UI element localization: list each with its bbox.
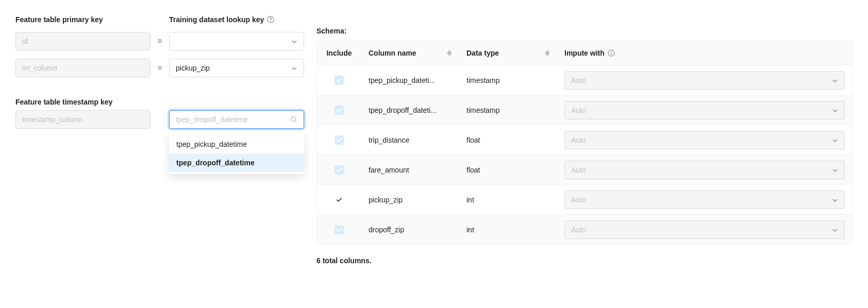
- data-type-cell: timestamp: [459, 106, 557, 114]
- chevron-down-icon: [832, 197, 838, 203]
- include-checkbox: [335, 76, 344, 85]
- chevron-down-icon: [832, 227, 838, 233]
- primary-key-field-1: int_column: [15, 59, 151, 77]
- info-icon[interactable]: [608, 49, 615, 57]
- chevron-down-icon: [291, 65, 297, 71]
- sort-icon: [545, 50, 550, 56]
- lookup-key-select-0[interactable]: [169, 32, 304, 50]
- column-name-cell: trip_distance: [361, 136, 459, 144]
- impute-select: Auto: [564, 71, 845, 90]
- column-header-name[interactable]: Column name: [369, 49, 452, 57]
- sort-icon: [447, 50, 452, 56]
- column-name-cell: pickup_zip: [361, 196, 459, 204]
- dropdown-option-0[interactable]: tpep_pickup_datetime: [169, 135, 304, 153]
- impute-select: Auto: [564, 191, 845, 209]
- total-columns-label: 6 total columns.: [316, 256, 853, 265]
- data-type-cell: float: [459, 166, 557, 174]
- chevron-down-icon: [832, 77, 838, 83]
- dropdown-option-1[interactable]: tpep_dropoff_datetime: [169, 153, 304, 172]
- impute-select: Auto: [564, 220, 845, 239]
- include-checkbox: [335, 195, 344, 204]
- chevron-down-icon: [291, 38, 297, 44]
- include-checkbox: [335, 225, 344, 234]
- timestamp-key-label: Feature table timestamp key: [15, 98, 304, 106]
- column-header-impute: Impute with: [564, 49, 845, 57]
- column-header-include: Include: [326, 49, 352, 57]
- data-type-cell: int: [459, 196, 557, 204]
- column-name-cell: dropoff_zip: [361, 226, 459, 234]
- svg-point-2: [291, 117, 296, 122]
- lookup-key-label: Training dataset lookup key: [169, 15, 304, 24]
- search-icon: [290, 116, 297, 123]
- impute-select: Auto: [564, 131, 845, 149]
- data-type-cell: float: [459, 136, 557, 144]
- schema-heading: Schema:: [316, 27, 853, 35]
- equals-sign: =: [156, 37, 164, 45]
- column-name-cell: tpep_dropoff_dateti...: [361, 106, 459, 114]
- chevron-down-icon: [832, 107, 838, 113]
- column-name-cell: tpep_pickup_dateti...: [361, 76, 459, 84]
- lookup-key-select-1[interactable]: pickup_zip: [169, 59, 304, 77]
- timestamp-key-field: timestamp_column: [15, 110, 151, 129]
- equals-sign: =: [156, 64, 164, 72]
- primary-key-field-0: id: [15, 32, 151, 50]
- schema-table: Include Column name Data type: [316, 40, 853, 245]
- include-checkbox: [335, 165, 344, 175]
- help-icon[interactable]: [267, 16, 274, 23]
- impute-select: Auto: [564, 161, 845, 179]
- timestamp-dropdown: tpep_pickup_datetime tpep_dropoff_dateti…: [169, 133, 304, 174]
- svg-point-1: [271, 21, 271, 22]
- primary-key-label: Feature table primary key: [15, 15, 151, 24]
- column-header-type[interactable]: Data type: [466, 49, 550, 57]
- include-checkbox: [335, 135, 344, 145]
- chevron-down-icon: [832, 137, 838, 143]
- timestamp-lookup-search[interactable]: tpep_dropoff_datetime: [169, 110, 304, 129]
- include-checkbox: [335, 106, 344, 115]
- data-type-cell: timestamp: [459, 76, 557, 84]
- data-type-cell: int: [459, 226, 557, 234]
- column-name-cell: fare_amount: [361, 166, 459, 174]
- impute-select: Auto: [564, 101, 845, 119]
- chevron-down-icon: [832, 167, 838, 173]
